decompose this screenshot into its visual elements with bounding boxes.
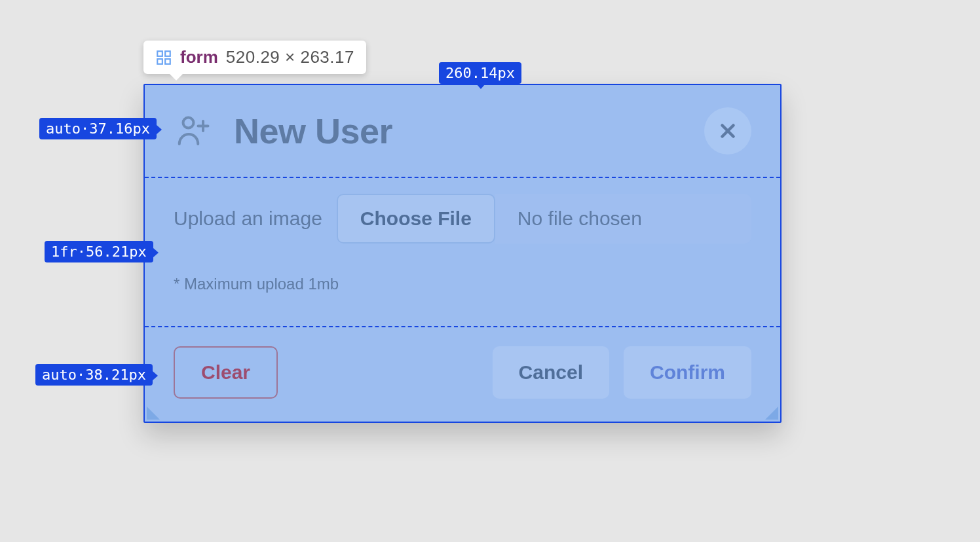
choose-file-button[interactable]: Choose File [337, 194, 495, 244]
svg-rect-2 [157, 59, 162, 64]
file-chosen-text: No file chosen [495, 194, 751, 244]
grid-corner-marker [147, 406, 160, 420]
grid-overlay-line [145, 177, 780, 178]
form-body: Upload an image Choose File No file chos… [145, 177, 780, 323]
upload-label: Upload an image [174, 208, 322, 230]
grid-corner-marker [765, 406, 778, 420]
svg-rect-3 [165, 59, 170, 64]
upload-row: Upload an image Choose File No file chos… [174, 194, 751, 244]
file-input[interactable]: Choose File No file chosen [337, 194, 751, 244]
inspect-tag-name: form [180, 47, 218, 67]
clear-button[interactable]: Clear [174, 346, 278, 399]
grid-icon [155, 49, 172, 66]
form-title: New User [234, 111, 683, 151]
upload-hint: * Maximum upload 1mb [174, 275, 751, 293]
svg-rect-1 [165, 51, 170, 56]
svg-rect-0 [157, 51, 162, 56]
grid-column-size-badge: 260.14px [439, 62, 521, 84]
cancel-button[interactable]: Cancel [493, 346, 609, 399]
close-icon [717, 120, 739, 142]
form-footer: Clear Cancel Confirm [145, 323, 780, 422]
grid-row-footer-size-badge: auto·38.21px [35, 364, 153, 386]
grid-row-body-size-badge: 1fr·56.21px [45, 241, 153, 262]
user-plus-icon [174, 111, 213, 151]
inspect-dimensions: 520.29 × 263.17 [226, 47, 354, 67]
svg-point-4 [183, 118, 194, 128]
new-user-form: New User Upload an image Choose File No … [143, 84, 782, 423]
grid-overlay-line [145, 326, 780, 327]
confirm-button[interactable]: Confirm [624, 346, 751, 399]
close-button[interactable] [704, 107, 751, 154]
form-header: New User [145, 85, 780, 177]
grid-row-header-size-badge: auto·37.16px [39, 118, 157, 139]
devtools-inspect-tooltip: form 520.29 × 263.17 [143, 41, 366, 74]
